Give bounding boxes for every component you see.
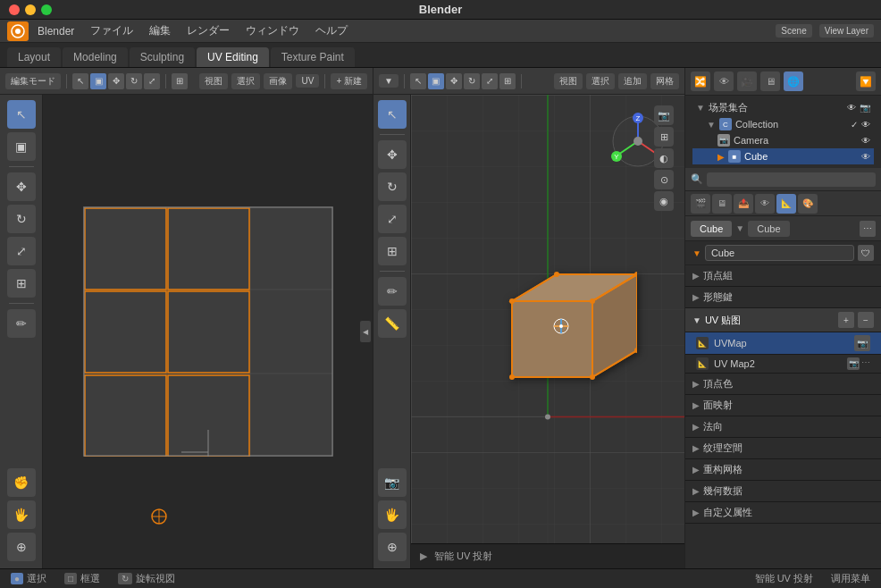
uv-grab-tool[interactable]: ✊: [7, 468, 36, 497]
uv-rotate-tool[interactable]: ↻: [7, 205, 36, 233]
vp-scale-tool[interactable]: ⤢: [482, 73, 498, 89]
uvmap-item-1[interactable]: 📐 UVMap 📷: [685, 332, 881, 355]
menu-render[interactable]: レンダー: [180, 21, 237, 40]
uv-snap[interactable]: ⊞: [172, 73, 188, 89]
scene-collection-header[interactable]: ▼ 场景集合 👁 📷: [692, 99, 874, 116]
section-remesh[interactable]: ▶ 重构网格: [685, 459, 881, 481]
uv-add-btn[interactable]: +: [838, 312, 854, 328]
tab-uv-editing[interactable]: UV Editing: [197, 47, 269, 67]
uv-scale-tool[interactable]: ⤢: [7, 237, 36, 265]
vp-select-tool[interactable]: ▣: [428, 73, 444, 89]
vp-rotate-tool[interactable]: ↻: [464, 73, 480, 89]
uv-view-btn[interactable]: 視图: [199, 73, 228, 89]
prop-render[interactable]: 🖥: [712, 194, 732, 214]
blender-logo[interactable]: [7, 21, 29, 41]
section-custom-props[interactable]: ▶ 自定义属性: [685, 502, 881, 524]
menu-help[interactable]: ヘルプ: [308, 21, 355, 40]
section-face-map[interactable]: ▶ 面映射: [685, 395, 881, 416]
close-button[interactable]: [9, 4, 20, 15]
uv-collapse-btn[interactable]: ◀: [360, 321, 371, 342]
section-geometry-data[interactable]: ▶ 幾何数据: [685, 481, 881, 502]
uv-annotate-tool[interactable]: ✏: [7, 309, 36, 338]
uv-zoom-tool[interactable]: ⊕: [7, 533, 36, 561]
uv-select-btn[interactable]: 選択: [231, 73, 260, 89]
vp-pan-tool[interactable]: 🖐: [378, 500, 407, 529]
vp-extra-shading[interactable]: ◐: [654, 148, 674, 168]
section-texture-space[interactable]: ▶ 纹理空間: [685, 438, 881, 459]
viewport-gizmo[interactable]: Z X Y 📷 ⊞ ◐ ⊙: [602, 105, 674, 177]
coll-eye[interactable]: 👁: [861, 120, 870, 130]
uv-tool-scale[interactable]: ⤢: [144, 73, 160, 89]
uv-pan-tool[interactable]: 🖐: [7, 500, 36, 529]
right-nav-render[interactable]: 🖥: [760, 71, 780, 91]
cube-eye[interactable]: 👁: [861, 152, 870, 162]
uv-remove-btn[interactable]: −: [858, 312, 874, 328]
vp-move-left[interactable]: ✥: [378, 140, 407, 169]
vp-extra-grid[interactable]: ⊞: [654, 127, 674, 147]
vp-zoom-tool[interactable]: ⊕: [378, 533, 407, 561]
prop-view[interactable]: 👁: [755, 194, 775, 214]
cube-tab-1[interactable]: Cube: [691, 221, 732, 237]
prop-scene[interactable]: 🎬: [691, 194, 710, 214]
section-vertex-group[interactable]: ▶ 頂点組: [685, 265, 881, 287]
section-shape-key[interactable]: ▶ 形態鍵: [685, 287, 881, 308]
vp-move-tool[interactable]: ✥: [446, 73, 462, 89]
tab-sculpting[interactable]: Sculpting: [130, 47, 195, 67]
vp-annotate-left[interactable]: ✏: [378, 277, 407, 306]
cube-item[interactable]: ▶ ■ Cube 👁: [692, 148, 874, 164]
collection-eye[interactable]: 👁: [847, 103, 856, 113]
vp-select-btn[interactable]: 選択: [586, 73, 615, 89]
menu-edit[interactable]: 編集: [142, 21, 178, 40]
tab-layout[interactable]: Layout: [7, 47, 61, 67]
window-controls[interactable]: [9, 4, 52, 15]
prop-data[interactable]: 📐: [776, 194, 796, 214]
uvmap-cam-2[interactable]: 📷: [847, 357, 860, 370]
section-uv-map[interactable]: ▼ UV 贴图 + −: [685, 308, 881, 332]
right-nav-scene[interactable]: 🔀: [691, 71, 710, 91]
cube-name-input[interactable]: [705, 245, 854, 261]
uv-tool-cursor[interactable]: ↖: [72, 73, 88, 89]
menu-blender[interactable]: Blender: [30, 23, 81, 39]
right-nav-view[interactable]: 👁: [714, 71, 734, 91]
vp-rotate-left[interactable]: ↻: [378, 172, 407, 201]
search-input[interactable]: [707, 172, 876, 187]
uvmap-cam-1[interactable]: 📷: [854, 335, 870, 351]
prop-output[interactable]: 📤: [734, 194, 753, 214]
coll-check[interactable]: ✓: [851, 120, 858, 130]
vp-extra-overlay[interactable]: ⊙: [654, 170, 674, 189]
scene-selector[interactable]: Scene: [776, 24, 811, 38]
right-nav-outliner[interactable]: 🌐: [784, 71, 803, 91]
maximize-button[interactable]: [41, 4, 52, 15]
vp-cursor-tool-left[interactable]: ↖: [378, 100, 407, 129]
vp-mesh-btn[interactable]: 网格: [650, 73, 679, 89]
menu-window[interactable]: ウィンドウ: [239, 21, 306, 40]
collection-item[interactable]: ▼ C Collection ✓ 👁: [692, 116, 874, 132]
menu-file[interactable]: ファイル: [83, 21, 140, 40]
tab-texture-paint[interactable]: Texture Paint: [271, 47, 355, 67]
section-normal[interactable]: ▶ 法向: [685, 416, 881, 438]
camera-item[interactable]: 📷 Camera 👁: [692, 132, 874, 148]
uv-tool-rotate[interactable]: ↻: [126, 73, 142, 89]
view-layer-selector[interactable]: View Layer: [819, 24, 874, 38]
cam-eye[interactable]: 👁: [861, 136, 870, 146]
uv-uv-btn[interactable]: UV: [296, 74, 319, 88]
vp-cursor-tool[interactable]: ↖: [410, 73, 426, 89]
prop-material[interactable]: 🎨: [798, 194, 818, 214]
uv-tool-select[interactable]: ▣: [90, 73, 106, 89]
right-nav-filter[interactable]: 🔽: [856, 71, 876, 91]
vp-transform-tool[interactable]: ⊞: [499, 73, 516, 89]
cube-tab-2[interactable]: Cube: [748, 221, 789, 237]
minimize-button[interactable]: [25, 4, 36, 15]
vp-measure-left[interactable]: 📏: [378, 309, 407, 338]
uv-image-btn[interactable]: 画像: [264, 73, 292, 89]
section-vertex-color[interactable]: ▶ 頂点色: [685, 374, 881, 395]
vp-extra-cam[interactable]: 📷: [654, 105, 674, 125]
cube-name-shield[interactable]: 🛡: [858, 245, 874, 261]
uv-tool-move[interactable]: ✥: [108, 73, 124, 89]
vp-add-btn[interactable]: 追加: [618, 73, 647, 89]
uv-mode-selector[interactable]: 編集モード: [5, 73, 61, 89]
uv-transform-tool[interactable]: ⊞: [7, 269, 36, 298]
props-settings[interactable]: ⋯: [860, 221, 876, 237]
right-nav-camera[interactable]: 🎥: [737, 71, 757, 91]
uv-add-new-btn[interactable]: + 新建: [331, 73, 367, 89]
